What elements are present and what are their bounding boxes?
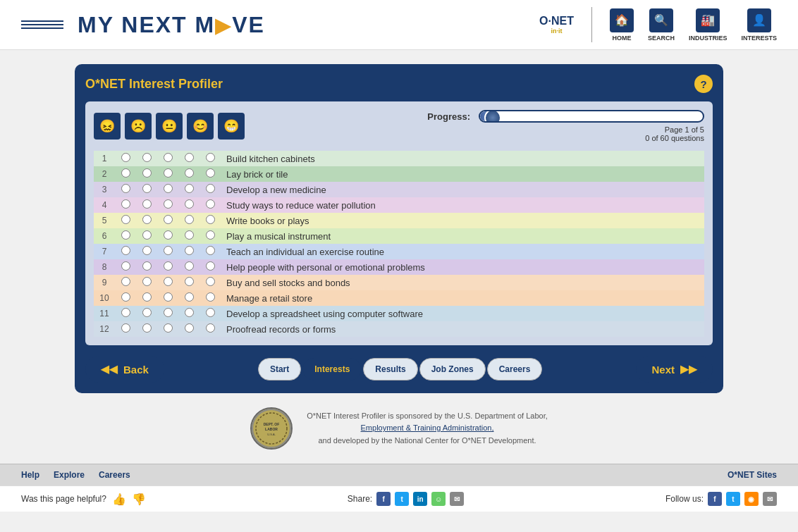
radio-option[interactable]	[185, 323, 194, 333]
radio-option[interactable]	[164, 199, 173, 209]
radio-option[interactable]	[206, 323, 215, 333]
follow-facebook-icon[interactable]: f	[708, 492, 722, 506]
radio-option[interactable]	[142, 153, 152, 162]
radio-option[interactable]	[121, 246, 130, 255]
share-email-icon[interactable]: ✉	[450, 492, 464, 506]
radio-option[interactable]	[206, 292, 215, 302]
radio-option[interactable]	[185, 215, 194, 224]
radio-option[interactable]	[164, 215, 173, 224]
radio-option[interactable]	[206, 215, 215, 224]
radio-option[interactable]	[164, 277, 173, 286]
share-twitter-icon[interactable]: t	[395, 492, 409, 506]
back-button[interactable]: ◀◀ Back	[85, 356, 164, 383]
radio-option[interactable]	[185, 153, 194, 162]
radio-option[interactable]	[142, 246, 152, 255]
footer-explore[interactable]: Explore	[54, 470, 85, 480]
nav-home[interactable]: 🏠 HOME	[610, 8, 634, 42]
emoji-neutral[interactable]: 😐	[156, 113, 183, 140]
radio-option[interactable]	[121, 261, 130, 271]
nav-interests[interactable]: 👤 INTERESTS	[741, 8, 777, 42]
radio-option[interactable]	[206, 277, 215, 286]
follow-rss-icon[interactable]: ◉	[744, 492, 759, 506]
radio-cell	[157, 306, 178, 321]
radio-cell	[157, 321, 178, 337]
radio-option[interactable]	[185, 168, 194, 178]
sponsor-link[interactable]: Employment & Training Administration,	[361, 423, 494, 432]
radio-option[interactable]	[206, 153, 215, 162]
emoji-like[interactable]: 😊	[187, 113, 214, 140]
footer-help[interactable]: Help	[21, 470, 39, 480]
radio-option[interactable]	[121, 153, 130, 162]
radio-option[interactable]	[142, 277, 152, 286]
radio-option[interactable]	[164, 308, 173, 317]
radio-option[interactable]	[142, 184, 152, 193]
nav-industries[interactable]: 🏭 INDUSTRIES	[689, 8, 728, 42]
radio-option[interactable]	[164, 168, 173, 178]
question-number: 1	[94, 151, 115, 166]
radio-option[interactable]	[121, 184, 130, 193]
radio-option[interactable]	[206, 246, 215, 255]
step-results[interactable]: Results	[363, 358, 417, 381]
step-jobzones[interactable]: Job Zones	[419, 358, 486, 381]
radio-option[interactable]	[206, 184, 215, 193]
help-button[interactable]: ?	[694, 75, 713, 93]
thumbs-down-icon[interactable]: 👎	[132, 493, 146, 506]
radio-option[interactable]	[164, 292, 173, 302]
thumbs-up-icon[interactable]: 👍	[112, 493, 126, 506]
radio-option[interactable]	[164, 184, 173, 193]
radio-option[interactable]	[142, 308, 152, 317]
radio-option[interactable]	[121, 230, 130, 240]
step-start[interactable]: Start	[258, 358, 301, 381]
svg-text:LABOR: LABOR	[265, 427, 278, 431]
radio-option[interactable]	[206, 199, 215, 209]
share-text: Share:	[348, 494, 372, 504]
radio-option[interactable]	[142, 261, 152, 271]
follow-twitter-icon[interactable]: t	[726, 492, 740, 506]
share-linkedin-icon[interactable]: in	[413, 492, 427, 506]
radio-option[interactable]	[121, 277, 130, 286]
radio-option[interactable]	[185, 292, 194, 302]
emoji-dislike[interactable]: ☹️	[125, 113, 152, 140]
share-facebook-icon[interactable]: f	[376, 492, 391, 506]
radio-option[interactable]	[121, 199, 130, 209]
radio-option[interactable]	[206, 261, 215, 271]
radio-option[interactable]	[142, 292, 152, 302]
radio-option[interactable]	[121, 215, 130, 224]
radio-option[interactable]	[121, 292, 130, 302]
svg-text:DEPT. OF: DEPT. OF	[264, 422, 280, 426]
radio-option[interactable]	[185, 184, 194, 193]
radio-option[interactable]	[185, 261, 194, 271]
follow-email-icon[interactable]: ✉	[763, 492, 777, 506]
radio-option[interactable]	[121, 168, 130, 178]
radio-option[interactable]	[164, 246, 173, 255]
step-careers[interactable]: Careers	[487, 358, 543, 381]
radio-option[interactable]	[121, 308, 130, 317]
radio-option[interactable]	[142, 168, 152, 178]
radio-option[interactable]	[164, 261, 173, 271]
share-reddit-icon[interactable]: ☺	[431, 492, 446, 506]
next-button[interactable]: Next ▶▶	[636, 356, 713, 383]
radio-option[interactable]	[121, 323, 130, 333]
radio-option[interactable]	[142, 199, 152, 209]
radio-option[interactable]	[206, 230, 215, 240]
radio-option[interactable]	[142, 323, 152, 333]
emoji-strongly-dislike[interactable]: 😖	[94, 113, 121, 140]
question-number: 6	[94, 228, 115, 244]
onet-sites[interactable]: O*NET Sites	[728, 470, 777, 480]
step-interests[interactable]: Interests	[302, 358, 362, 381]
radio-option[interactable]	[206, 168, 215, 178]
radio-option[interactable]	[185, 308, 194, 317]
radio-option[interactable]	[185, 246, 194, 255]
radio-option[interactable]	[164, 153, 173, 162]
radio-option[interactable]	[185, 277, 194, 286]
radio-option[interactable]	[164, 323, 173, 333]
emoji-strongly-like[interactable]: 😁	[218, 113, 245, 140]
radio-option[interactable]	[206, 308, 215, 317]
nav-search[interactable]: 🔍 SEARCH	[648, 8, 675, 42]
radio-option[interactable]	[185, 230, 194, 240]
radio-option[interactable]	[142, 230, 152, 240]
footer-careers[interactable]: Careers	[99, 470, 130, 480]
radio-option[interactable]	[142, 215, 152, 224]
radio-option[interactable]	[185, 199, 194, 209]
radio-option[interactable]	[164, 230, 173, 240]
